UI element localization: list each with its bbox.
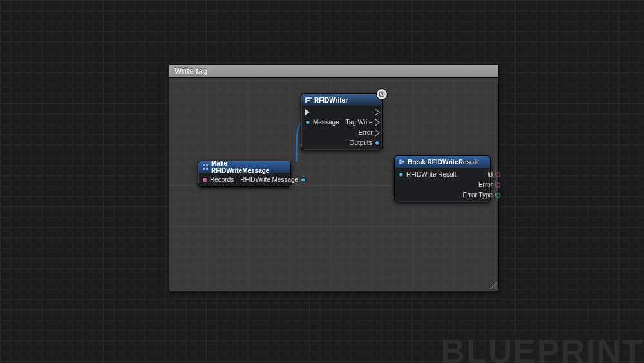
array-pin-icon xyxy=(202,177,207,182)
struct-pin-icon xyxy=(301,177,306,182)
panel-title: Write tag xyxy=(175,66,207,75)
output-pin-error[interactable]: Error xyxy=(478,181,500,188)
svg-rect-3 xyxy=(206,168,208,170)
exec-pin-icon xyxy=(375,119,380,126)
clock-icon xyxy=(379,91,385,97)
output-pin-error[interactable]: Error xyxy=(358,129,379,136)
make-struct-icon xyxy=(202,164,209,170)
pin-label: Id xyxy=(488,171,493,178)
svg-point-8 xyxy=(399,159,402,162)
svg-point-9 xyxy=(402,161,404,163)
output-pin-rfid-message[interactable]: RFIDWrite Message xyxy=(240,176,306,183)
pin-label: RFIDWrite Message xyxy=(240,176,298,183)
pin-label: Error xyxy=(478,181,493,188)
input-pin-message[interactable]: Message xyxy=(305,119,339,126)
pin-label: Message xyxy=(313,119,339,126)
struct-pin-icon xyxy=(305,120,310,125)
input-pin-exec[interactable] xyxy=(305,109,339,115)
function-icon xyxy=(305,97,312,103)
node-title: Break RFIDWriteResult xyxy=(408,159,478,166)
blueprint-panel[interactable]: Write tag Make RFIDWriteMessage Records … xyxy=(169,64,499,291)
node-break-rfid-write-result[interactable]: Break RFIDWriteResult RFIDWrite Result I… xyxy=(394,155,491,202)
pin-label: RFIDWrite Result xyxy=(406,171,457,178)
string-pin-icon xyxy=(495,172,500,177)
node-header[interactable]: RFIDWriter xyxy=(301,94,382,106)
input-pin-records[interactable]: Records xyxy=(202,176,234,183)
panel-title-bar[interactable]: Write tag xyxy=(169,65,498,78)
output-pin-error-type[interactable]: Error Type xyxy=(463,191,501,199)
latent-badge xyxy=(376,88,388,100)
node-header[interactable]: Make RFIDWriteMessage xyxy=(198,161,290,173)
pin-label: Outputs xyxy=(350,139,372,146)
svg-rect-1 xyxy=(206,164,208,166)
pin-label: Tag Write xyxy=(346,119,373,126)
exec-pin-icon xyxy=(375,130,380,136)
svg-rect-2 xyxy=(203,168,205,170)
output-pin-outputs[interactable]: Outputs xyxy=(350,139,380,146)
pin-label: Records xyxy=(210,176,234,183)
node-header[interactable]: Break RFIDWriteResult xyxy=(395,156,490,168)
struct-pin-icon xyxy=(399,172,404,177)
pin-label: Error xyxy=(358,129,372,136)
exec-pin-icon xyxy=(375,109,380,115)
svg-rect-6 xyxy=(305,100,310,101)
resize-handle[interactable] xyxy=(489,282,497,289)
node-rfid-writer[interactable]: RFIDWriter Message xyxy=(301,93,383,150)
svg-point-10 xyxy=(399,162,402,164)
input-pin-result[interactable]: RFIDWrite Result xyxy=(399,171,457,178)
string-pin-icon xyxy=(495,182,500,188)
output-pin-tag-write[interactable]: Tag Write xyxy=(346,119,380,126)
watermark-text: BLUEPRINT xyxy=(440,332,644,363)
node-title: Make RFIDWriteMessage xyxy=(211,160,287,174)
exec-pin-icon xyxy=(305,109,310,115)
output-pin-exec[interactable] xyxy=(373,109,380,115)
node-make-rfid-write-message[interactable]: Make RFIDWriteMessage Records RFIDWrite … xyxy=(198,161,291,187)
break-struct-icon xyxy=(399,159,405,165)
pin-label: Error Type xyxy=(463,191,493,199)
struct-pin-icon xyxy=(375,141,380,146)
svg-rect-0 xyxy=(203,164,205,166)
enum-pin-icon xyxy=(495,193,500,198)
node-title: RFIDWriter xyxy=(314,97,348,104)
output-pin-id[interactable]: Id xyxy=(488,171,500,178)
